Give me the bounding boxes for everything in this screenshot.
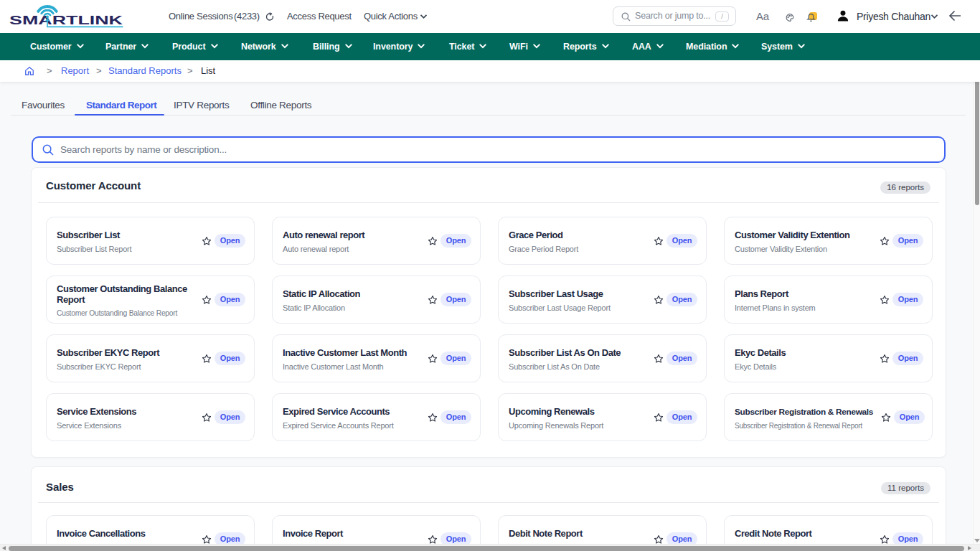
svg-text:SMARTLINK: SMARTLINK <box>9 14 123 27</box>
